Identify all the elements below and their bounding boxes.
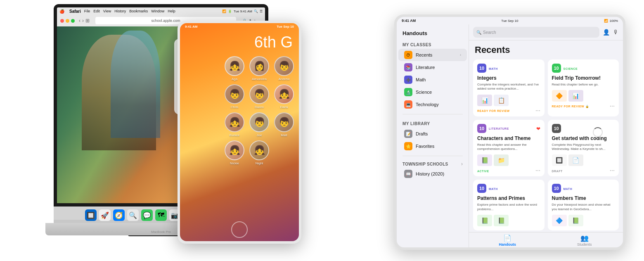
minimize-button[interactable] <box>66 19 69 23</box>
sidebar-item-history[interactable]: 📖 History (2020) <box>398 168 467 180</box>
student-matt[interactable]: 👦 Matt <box>273 112 295 137</box>
menubar-history[interactable]: History <box>114 9 126 13</box>
card-characters[interactable]: 10 LITERATURE ❤ Characters and Theme Rea… <box>473 120 545 177</box>
sidebar-literature-label: Literature <box>416 65 435 70</box>
loading-spinner <box>593 127 603 137</box>
dock-launchpad[interactable]: 🚀 <box>99 209 111 221</box>
card-subject-2: SCIENCE <box>564 67 578 70</box>
close-button[interactable] <box>60 19 64 23</box>
menubar-help[interactable]: Help <box>168 9 175 13</box>
card-footer-integers: READY FOR REVIEW ⋯ <box>477 108 540 114</box>
tab-handouts[interactable]: 📄 Handouts <box>469 234 546 247</box>
menubar-edit[interactable]: Edit <box>93 9 100 13</box>
card-subject-1: MATH <box>489 67 498 70</box>
ipad-home-button[interactable] <box>231 221 248 238</box>
card-more-fieldtrip[interactable]: ⋯ <box>610 103 615 109</box>
dock-safari[interactable]: 🧭 <box>113 209 125 221</box>
card-footer-coding: DRAFT ⋯ <box>552 168 615 173</box>
student-alexandra[interactable]: 👩 Alexandra <box>249 56 270 81</box>
maximize-button[interactable] <box>71 19 75 23</box>
student-name-night: Night <box>256 161 263 165</box>
ipad-lock-display: 9:41 AM Tue Sep 10 6th G 👧 Aga 👩 Alexand… <box>180 23 299 241</box>
menubar-file[interactable]: File <box>84 9 90 13</box>
search-icon-menu[interactable]: 🔍 <box>254 9 258 13</box>
student-night[interactable]: 👧 Night <box>249 140 270 165</box>
tab-students[interactable]: 👥 Students <box>546 234 623 247</box>
technology-icon: 💻 <box>404 100 412 109</box>
card-numbers[interactable]: 10 MATH Numbers Time Do your Nearpod les… <box>548 180 619 230</box>
card-thumbs-coding: 🔲 📄 <box>552 154 615 166</box>
sidebar-item-recents[interactable]: ⏱ Recents › <box>398 49 467 61</box>
forward-icon[interactable]: › <box>82 18 84 24</box>
menubar-view[interactable]: View <box>103 9 111 13</box>
tab-students-icon: 👥 <box>580 234 589 242</box>
student-eunice[interactable]: 👧 Eunice <box>224 112 245 137</box>
card-title-integers: Integers <box>477 75 540 81</box>
control-icon[interactable]: ☰ <box>260 9 263 13</box>
sidebar-drafts-label: Drafts <box>416 131 428 136</box>
student-daren[interactable]: 👦 Daren <box>249 84 270 109</box>
thumb-5b: 📗 <box>494 215 509 226</box>
my-classes-label: My Classes <box>397 39 469 49</box>
ipad-lock-statusbar: 9:41 AM Tue Sep 10 <box>180 23 299 30</box>
card-fieldtrip[interactable]: 10 SCIENCE Field Trip Tomorrow! Read thi… <box>548 59 619 116</box>
card-number-4: 10 <box>552 124 561 133</box>
card-number-6: 10 <box>552 184 561 193</box>
ipad-time: 9:41 AM <box>402 19 416 23</box>
ipad-app-body: Handouts My Classes ⏱ Recents › 📚 Litera… <box>397 24 623 247</box>
card-coding[interactable]: 10 Get started with coding Complete this… <box>548 120 619 177</box>
dock-messages[interactable]: 💬 <box>141 209 153 221</box>
search-icon: 🔍 <box>476 30 481 35</box>
student-chris[interactable]: 👦 Chris <box>224 84 245 109</box>
card-more-coding[interactable]: ⋯ <box>610 168 615 173</box>
thumb-4b: 📄 <box>568 154 583 166</box>
card-thumbs-patterns: 📗 📗 <box>477 215 540 226</box>
sidebar-item-favorites[interactable]: ⭐ Favorites <box>398 140 467 152</box>
dock-maps[interactable]: 🗺 <box>155 209 167 221</box>
student-joe[interactable]: 👦 Joe <box>249 112 270 137</box>
grade-title: 6th G <box>254 34 293 50</box>
thumb-3b: 📁 <box>494 154 509 166</box>
card-more-characters[interactable]: ⋯ <box>535 168 540 173</box>
my-library-section: My Library <box>397 118 469 128</box>
search-box[interactable]: 🔍 Search <box>473 27 599 38</box>
card-more-integers[interactable]: ⋯ <box>535 108 540 114</box>
student-avatar-night: 👧 <box>249 140 269 160</box>
student-darla[interactable]: 👧 Darla <box>273 84 295 109</box>
card-integers[interactable]: 10 MATH Integers Complete the integers w… <box>473 59 545 116</box>
sidebar-item-literature[interactable]: 📚 Literature <box>398 61 467 74</box>
card-thumbs-integers: 📊 📋 <box>477 95 540 106</box>
sidebar-item-math[interactable]: ➕ Math <box>398 74 467 86</box>
sidebar-divider-2 <box>402 156 463 156</box>
ipad-date: Tue Sep 10 <box>501 19 518 23</box>
science-icon: 🔬 <box>404 88 412 96</box>
student-andrew[interactable]: 👦 Andrew <box>273 56 295 81</box>
dock-search[interactable]: 🔍 <box>127 209 139 221</box>
card-patterns[interactable]: 10 MATH Patterns and Primes Explore prim… <box>473 180 545 230</box>
literature-icon: 📚 <box>404 63 412 71</box>
microphone-icon[interactable]: 🎙 <box>613 29 619 36</box>
student-name-darla: Darla <box>280 105 288 109</box>
back-icon[interactable]: ‹ <box>79 18 80 24</box>
dock-finder[interactable]: 🔲 <box>85 209 97 221</box>
student-nickie[interactable]: 👧 Nickie <box>224 140 245 165</box>
heart-icon: ❤ <box>536 126 540 132</box>
person-plus-icon[interactable]: 👤 <box>603 29 610 36</box>
student-name-alexandra: Alexandra <box>252 77 267 81</box>
card-status-coding: DRAFT <box>552 170 563 173</box>
sidebar-item-science[interactable]: 🔬 Science <box>398 86 467 98</box>
menubar-bookmarks[interactable]: Bookmarks <box>129 9 148 13</box>
student-aga[interactable]: 👧 Aga <box>224 56 245 81</box>
recents-title: Recents <box>475 45 617 55</box>
ipad-lock-time: 9:41 AM <box>185 25 197 28</box>
sidebar-science-label: Science <box>416 90 432 95</box>
card-title-numbers: Numbers Time <box>552 195 615 201</box>
status-time: Tue 9:41 AM <box>234 9 252 13</box>
menubar-window[interactable]: Window <box>151 9 164 13</box>
sidebar-item-technology[interactable]: 💻 Technology <box>398 98 467 111</box>
card-status-fieldtrip: READY FOR REVIEW 🔒 <box>552 105 590 108</box>
card-number-2: 10 <box>552 64 561 73</box>
sidebar-toggle-icon[interactable]: ⊞ <box>85 18 90 24</box>
sidebar-item-drafts[interactable]: 📝 Drafts <box>398 128 467 140</box>
thumb-6b: 📗 <box>568 215 583 226</box>
